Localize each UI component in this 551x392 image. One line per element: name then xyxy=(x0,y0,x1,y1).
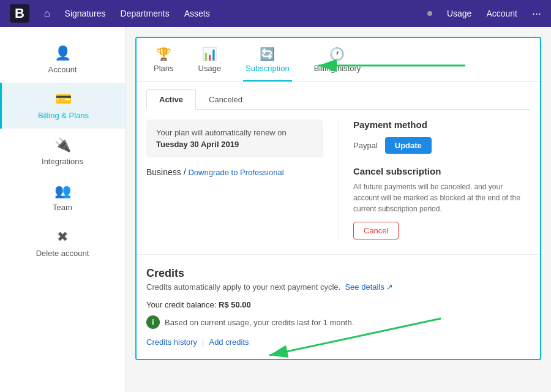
main-content: 🏆 Plans 📊 Usage 🔄 Subscription 🕐 Billing… xyxy=(126,27,551,392)
plans-icon: 🏆 xyxy=(156,47,171,61)
downgrade-link[interactable]: Downgrade to Professional xyxy=(188,168,283,177)
sidebar-item-team[interactable]: 👥 Team xyxy=(0,175,125,221)
plan-name: Business xyxy=(146,167,181,177)
subnav-subscription-label: Subscription xyxy=(246,64,290,73)
sidebar-label-team: Team xyxy=(53,203,72,212)
usage-icon: 📊 xyxy=(202,47,217,61)
sidebar-label-account: Account xyxy=(48,65,77,74)
subscription-icon: 🔄 xyxy=(260,47,275,61)
tab-bar: Active Canceled xyxy=(146,89,530,110)
payment-method-label: Paypal xyxy=(353,141,378,150)
add-credits-link[interactable]: Add credits xyxy=(209,337,249,347)
update-payment-button[interactable]: Update xyxy=(385,137,432,154)
sidebar-item-billing[interactable]: 💳 Billing & Plans xyxy=(0,83,125,129)
payment-section: Payment method Paypal Update xyxy=(353,119,530,154)
subnav-usage-label: Usage xyxy=(198,64,222,73)
integrations-icon: 🔌 xyxy=(54,137,71,153)
renewal-date: Tuesday 30 April 2019 xyxy=(156,140,313,149)
home-icon[interactable]: ⌂ xyxy=(44,8,50,19)
credit-info-text: Based on current usage, your credits las… xyxy=(165,318,354,327)
subnav-plans-label: Plans xyxy=(154,64,174,73)
nav-account[interactable]: Account xyxy=(486,9,517,18)
account-icon: 👤 xyxy=(54,45,71,61)
payment-row: Paypal Update xyxy=(353,137,530,154)
more-options-icon[interactable]: ··· xyxy=(532,7,541,20)
nav-usage[interactable]: Usage xyxy=(447,9,471,18)
subnav-billing-history[interactable]: 🕐 Billing history xyxy=(312,38,364,81)
delete-icon: ✖ xyxy=(57,229,68,245)
tab-active[interactable]: Active xyxy=(146,89,196,110)
credits-title: Credits xyxy=(146,267,530,280)
cancel-section: Cancel subscription All future payments … xyxy=(353,166,530,239)
sidebar-label-delete: Delete account xyxy=(36,249,89,258)
nav-signatures[interactable]: Signatures xyxy=(65,9,106,18)
renewal-box: Your plan will automatically renew on Tu… xyxy=(146,119,323,157)
billing-history-icon: 🕐 xyxy=(329,47,345,61)
subnav-usage[interactable]: 📊 Usage xyxy=(196,38,224,81)
credit-info-row: i Based on current usage, your credits l… xyxy=(146,315,530,329)
subscription-right: Payment method Paypal Update Cancel subs… xyxy=(338,119,530,239)
see-details-link[interactable]: See details ↗ xyxy=(345,282,393,292)
subnav-billing-history-label: Billing history xyxy=(314,64,361,73)
sidebar-label-billing: Billing & Plans xyxy=(38,111,89,120)
subnav-plans[interactable]: 🏆 Plans xyxy=(151,38,176,81)
cancel-button[interactable]: Cancel xyxy=(353,222,399,239)
credits-history-link[interactable]: Credits history xyxy=(146,337,197,347)
credits-links: Credits history | Add credits xyxy=(146,337,530,347)
credits-description: Credits automatically apply to your next… xyxy=(146,282,530,292)
status-dot xyxy=(427,11,432,16)
nav-assets[interactable]: Assets xyxy=(184,9,210,18)
subscription-body: Your plan will automatically renew on Tu… xyxy=(137,110,540,249)
team-icon: 👥 xyxy=(54,183,71,199)
sidebar-item-integrations[interactable]: 🔌 Integrations xyxy=(0,129,125,175)
top-nav: B ⌂ Signatures Departments Assets Usage … xyxy=(0,0,551,27)
sidebar-item-account[interactable]: 👤 Account xyxy=(0,37,125,83)
cancel-description: All future payments will be canceled, an… xyxy=(353,181,530,214)
sidebar-item-delete[interactable]: ✖ Delete account xyxy=(0,221,125,266)
balance-value: R$ 50.00 xyxy=(219,300,251,309)
sub-nav: 🏆 Plans 📊 Usage 🔄 Subscription 🕐 Billing… xyxy=(137,38,540,82)
credits-section: Credits Credits automatically apply to y… xyxy=(137,254,540,359)
sidebar-label-integrations: Integrations xyxy=(42,157,83,166)
subscription-left: Your plan will automatically renew on Tu… xyxy=(146,119,338,239)
info-icon: i xyxy=(146,315,160,329)
payment-title: Payment method xyxy=(353,119,530,130)
brand-logo: B xyxy=(10,4,29,23)
credit-balance: Your credit balance: R$ 50.00 xyxy=(146,300,530,309)
renewal-text: Your plan will automatically renew on xyxy=(156,128,287,137)
nav-departments[interactable]: Departments xyxy=(121,9,170,18)
plan-info: Business / Downgrade to Professional xyxy=(146,167,323,177)
cancel-title: Cancel subscription xyxy=(353,166,530,176)
links-separator: | xyxy=(202,337,204,347)
sidebar: 👤 Account 💳 Billing & Plans 🔌 Integratio… xyxy=(0,27,126,392)
billing-icon: 💳 xyxy=(55,91,72,107)
subnav-subscription[interactable]: 🔄 Subscription xyxy=(243,38,292,81)
content-card: 🏆 Plans 📊 Usage 🔄 Subscription 🕐 Billing… xyxy=(135,37,541,360)
tab-canceled[interactable]: Canceled xyxy=(196,89,255,109)
